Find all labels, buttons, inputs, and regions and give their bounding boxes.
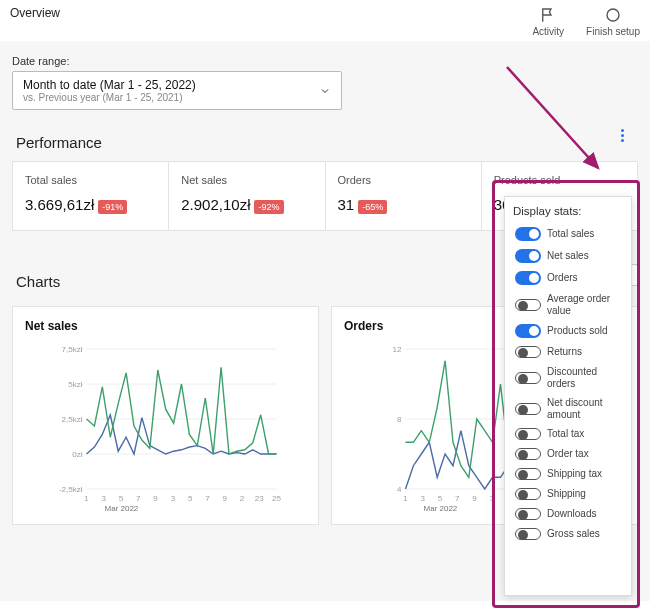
svg-text:9: 9	[222, 494, 227, 503]
svg-text:7: 7	[455, 494, 460, 503]
activity-button[interactable]: Activity	[532, 6, 564, 37]
svg-text:3: 3	[490, 494, 495, 503]
toggle-switch[interactable]	[515, 403, 541, 415]
chart-title: Net sales	[25, 319, 310, 333]
toggle-row: Orders	[513, 267, 627, 289]
stat-label: Orders	[338, 174, 469, 186]
toggle-row: Discounted orders	[513, 362, 627, 393]
svg-text:7,5kzł: 7,5kzł	[62, 345, 83, 354]
svg-text:7: 7	[136, 494, 141, 503]
toggle-label: Total tax	[547, 428, 625, 440]
svg-text:23: 23	[255, 494, 264, 503]
toggle-switch[interactable]	[515, 249, 541, 263]
stat-value: 31	[338, 196, 355, 213]
toggle-switch[interactable]	[515, 428, 541, 440]
svg-text:1: 1	[84, 494, 89, 503]
toggle-switch[interactable]	[515, 271, 541, 285]
stat-label: Total sales	[25, 174, 156, 186]
toggle-row: Products sold	[513, 320, 627, 342]
toggle-switch[interactable]	[515, 346, 541, 358]
toggle-row: Order tax	[513, 444, 627, 464]
svg-text:3: 3	[102, 494, 107, 503]
svg-text:5: 5	[188, 494, 193, 503]
performance-title: Performance	[16, 134, 102, 151]
toggle-switch[interactable]	[515, 324, 541, 338]
delta-badge: -65%	[358, 200, 387, 214]
svg-text:7: 7	[205, 494, 210, 503]
flag-icon	[539, 6, 557, 24]
toggle-row: Total tax	[513, 424, 627, 444]
stat-card[interactable]: Net sales2.902,10zł-92%	[169, 162, 325, 230]
toggle-row: Net discount amount	[513, 393, 627, 424]
toggle-label: Net sales	[547, 250, 625, 262]
toggle-label: Downloads	[547, 508, 625, 520]
toggle-label: Discounted orders	[547, 366, 625, 389]
svg-text:1: 1	[403, 494, 408, 503]
toggle-switch[interactable]	[515, 448, 541, 460]
toggle-label: Gross sales	[547, 528, 625, 540]
charts-title: Charts	[16, 273, 60, 290]
svg-text:Mar 2022: Mar 2022	[424, 504, 458, 513]
finish-label: Finish setup	[586, 26, 640, 37]
stat-value: 3.669,61zł	[25, 196, 94, 213]
toggle-row: Shipping	[513, 484, 627, 504]
toggle-label: Shipping tax	[547, 468, 625, 480]
circle-icon	[604, 6, 622, 24]
delta-badge: -92%	[254, 200, 283, 214]
toggle-label: Returns	[547, 346, 625, 358]
chevron-down-icon	[319, 85, 331, 97]
toggle-row: Net sales	[513, 245, 627, 267]
toggle-label: Shipping	[547, 488, 625, 500]
svg-text:2: 2	[240, 494, 245, 503]
stat-card[interactable]: Orders31-65%	[326, 162, 482, 230]
svg-text:3: 3	[421, 494, 426, 503]
svg-text:5: 5	[438, 494, 443, 503]
toggle-switch[interactable]	[515, 528, 541, 540]
svg-text:5kzł: 5kzł	[68, 380, 82, 389]
svg-text:5: 5	[119, 494, 124, 503]
svg-text:25: 25	[272, 494, 281, 503]
toggle-switch[interactable]	[515, 488, 541, 500]
page-title: Overview	[10, 6, 60, 20]
toggle-row: Total sales	[513, 223, 627, 245]
stat-card[interactable]: Total sales3.669,61zł-91%	[13, 162, 169, 230]
toggle-label: Total sales	[547, 228, 625, 240]
toggle-switch[interactable]	[515, 508, 541, 520]
toggle-switch[interactable]	[515, 299, 541, 311]
toggle-switch[interactable]	[515, 227, 541, 241]
svg-text:Mar 2022: Mar 2022	[105, 504, 139, 513]
toggle-label: Order tax	[547, 448, 625, 460]
toggle-label: Average order value	[547, 293, 625, 316]
svg-text:9: 9	[472, 494, 477, 503]
date-range-value: Month to date (Mar 1 - 25, 2022)	[23, 78, 311, 92]
display-stats-popover[interactable]: Display stats: Total salesNet salesOrder…	[504, 196, 632, 596]
toggle-label: Orders	[547, 272, 625, 284]
toggle-label: Products sold	[547, 325, 625, 337]
stat-label: Products sold	[494, 174, 625, 186]
svg-text:8: 8	[397, 415, 402, 424]
popover-title: Display stats:	[513, 205, 627, 217]
svg-text:3: 3	[171, 494, 176, 503]
date-range-compare: vs. Previous year (Mar 1 - 25, 2021)	[23, 92, 311, 103]
svg-text:9: 9	[153, 494, 158, 503]
toggle-row: Downloads	[513, 504, 627, 524]
date-range-label: Date range:	[12, 55, 638, 67]
svg-point-0	[607, 9, 619, 21]
delta-badge: -91%	[98, 200, 127, 214]
svg-text:0zł: 0zł	[72, 450, 82, 459]
activity-label: Activity	[532, 26, 564, 37]
toggle-row: Average order value	[513, 289, 627, 320]
svg-text:2,5kzł: 2,5kzł	[62, 415, 83, 424]
toggle-switch[interactable]	[515, 468, 541, 480]
svg-text:12: 12	[393, 345, 402, 354]
performance-menu-button[interactable]	[612, 126, 632, 146]
chart-card: Net sales7,5kzł5kzł2,5kzł0zł-2,5kzł13579…	[12, 306, 319, 525]
date-range-select[interactable]: Month to date (Mar 1 - 25, 2022) vs. Pre…	[12, 71, 342, 110]
finish-setup-button[interactable]: Finish setup	[586, 6, 640, 37]
svg-text:4: 4	[397, 485, 402, 494]
toggle-switch[interactable]	[515, 372, 541, 384]
stat-label: Net sales	[181, 174, 312, 186]
toggle-row: Shipping tax	[513, 464, 627, 484]
stat-value: 2.902,10zł	[181, 196, 250, 213]
svg-text:-2,5kzł: -2,5kzł	[59, 485, 83, 494]
